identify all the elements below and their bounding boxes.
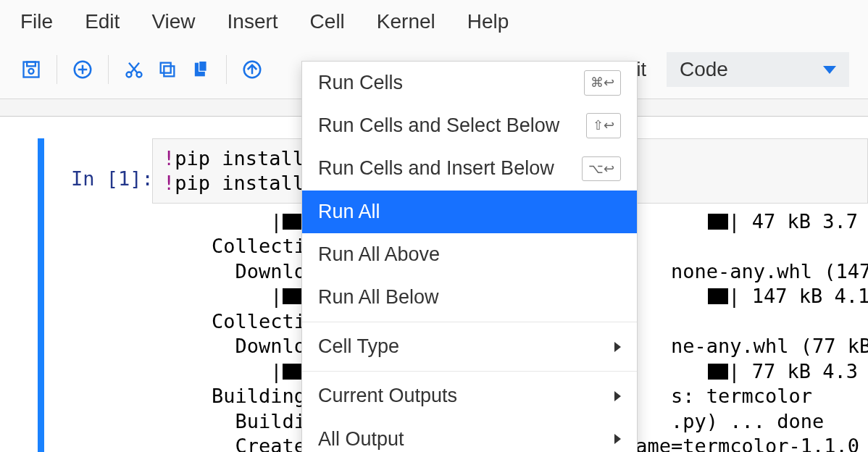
menu-label: Run Cells <box>318 67 403 99</box>
cell-menu-dropdown: Run Cells ⌘↩ Run Cells and Select Below … <box>301 61 638 452</box>
menu-run-cells-select-below[interactable]: Run Cells and Select Below ⇧↩ <box>302 104 637 147</box>
menu-run-all[interactable]: Run All <box>302 191 637 233</box>
svg-line-9 <box>129 63 138 73</box>
cell-type-value: Code <box>680 58 728 81</box>
move-up-icon[interactable] <box>240 57 264 82</box>
code-line: pip install <box>175 172 304 194</box>
menu-view[interactable]: View <box>151 10 195 33</box>
menu-label: Cell Type <box>318 331 399 362</box>
menu-label: Run All Below <box>318 282 439 313</box>
menu-file[interactable]: File <box>20 10 53 33</box>
menu-cell-type[interactable]: Cell Type <box>302 325 637 368</box>
chevron-down-icon <box>823 66 836 74</box>
menu-label: Current Outputs <box>318 380 457 411</box>
menu-current-outputs[interactable]: Current Outputs <box>302 374 637 417</box>
add-cell-icon[interactable] <box>70 57 95 82</box>
menu-label: All Output <box>318 424 404 453</box>
menu-help[interactable]: Help <box>467 10 509 33</box>
paste-icon[interactable] <box>188 57 213 82</box>
menu-label: Run Cells and Insert Below <box>318 153 554 184</box>
menu-run-all-above[interactable]: Run All Above <box>302 233 637 276</box>
menu-cell[interactable]: Cell <box>310 10 345 33</box>
cut-icon[interactable] <box>122 57 146 82</box>
save-icon[interactable] <box>19 57 43 82</box>
toolbar-truncated-label: it <box>637 59 654 81</box>
menu-label: Run All Above <box>318 239 440 270</box>
submenu-arrow-icon <box>614 342 621 352</box>
cell-selected-indicator <box>38 138 44 452</box>
svg-rect-13 <box>199 61 207 71</box>
toolbar-separator <box>108 55 109 84</box>
menu-insert[interactable]: Insert <box>228 10 278 33</box>
menu-kernel[interactable]: Kernel <box>377 10 435 33</box>
svg-rect-2 <box>27 62 36 67</box>
menu-divider <box>302 322 637 322</box>
code-line: pip install <box>175 147 304 170</box>
copy-icon[interactable] <box>155 57 180 82</box>
shell-bang: ! <box>163 147 175 170</box>
menu-bar: File Edit View Insert Cell Kernel Help <box>0 0 868 45</box>
submenu-arrow-icon <box>614 434 621 444</box>
menu-divider <box>302 371 637 372</box>
shell-bang: ! <box>163 172 175 194</box>
menu-label: Run Cells and Select Below <box>318 110 559 141</box>
shortcut: ⌘↩ <box>584 70 621 96</box>
menu-all-output[interactable]: All Output <box>302 418 637 453</box>
svg-rect-11 <box>161 63 171 73</box>
shortcut: ⇧↩ <box>586 113 621 138</box>
toolbar-separator <box>226 55 227 84</box>
svg-line-8 <box>130 63 139 73</box>
submenu-arrow-icon <box>614 391 621 401</box>
menu-run-all-below[interactable]: Run All Below <box>302 276 637 319</box>
cell-type-select[interactable]: Code <box>667 52 849 87</box>
svg-point-1 <box>29 69 34 74</box>
toolbar-separator <box>57 55 57 84</box>
cell-prompt: In [1]: <box>71 167 154 190</box>
shortcut: ⌥↩ <box>582 156 621 182</box>
menu-run-cells[interactable]: Run Cells ⌘↩ <box>302 62 637 104</box>
svg-rect-10 <box>164 66 174 76</box>
menu-label: Run All <box>318 196 380 227</box>
menu-edit[interactable]: Edit <box>85 10 120 33</box>
menu-run-cells-insert-below[interactable]: Run Cells and Insert Below ⌥↩ <box>302 147 637 190</box>
